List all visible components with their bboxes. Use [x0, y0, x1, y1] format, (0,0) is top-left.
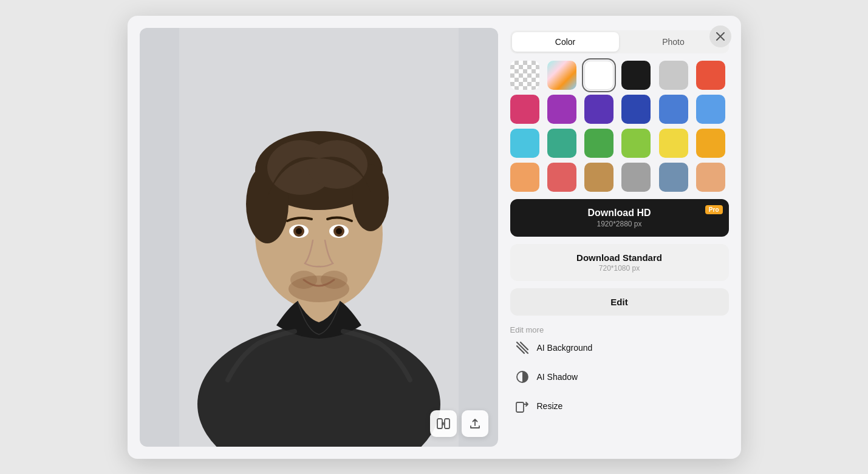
color-swatch-green[interactable]	[584, 129, 613, 158]
svg-point-17	[321, 271, 347, 289]
download-hd-resolution: 1920*2880 px	[519, 220, 720, 228]
color-swatch-amber[interactable]	[696, 129, 725, 158]
edit-more-ai-shadow[interactable]: AI Shadow	[510, 364, 729, 390]
ai-shadow-label: AI Shadow	[537, 372, 578, 382]
portrait-canvas	[140, 28, 498, 447]
image-toolbar	[430, 410, 488, 437]
edit-more-ai-background[interactable]: AI Background	[510, 334, 729, 361]
color-swatch-blue-light[interactable]	[696, 95, 725, 124]
color-swatch-purple-dark[interactable]	[584, 95, 613, 124]
download-standard-resolution: 720*1080 px	[519, 264, 720, 273]
color-swatch-cyan[interactable]	[510, 129, 539, 158]
svg-rect-19	[445, 419, 449, 428]
color-swatch-brown[interactable]	[584, 163, 613, 192]
color-swatch-blue-medium[interactable]	[659, 95, 688, 124]
color-swatch-teal[interactable]	[547, 129, 576, 158]
color-swatch-gray-medium[interactable]	[621, 163, 651, 192]
svg-point-8	[307, 140, 367, 189]
ai-background-icon	[514, 339, 531, 356]
right-panel: Color Photo Pro Download HD 1920*2880 px…	[510, 28, 729, 447]
tab-bar: Color Photo	[510, 30, 729, 53]
ai-background-label: AI Background	[537, 343, 593, 353]
download-hd-label: Download HD	[519, 208, 720, 218]
color-swatch-white[interactable]	[584, 61, 613, 90]
export-button[interactable]	[462, 410, 488, 437]
color-swatch-navy[interactable]	[621, 95, 651, 124]
pro-badge: Pro	[705, 205, 723, 214]
color-swatch-yellow[interactable]	[659, 129, 688, 158]
close-button[interactable]	[709, 25, 731, 47]
svg-point-11	[296, 228, 302, 234]
edit-more-section: Edit more AI Background AI Shadow Resize	[510, 323, 729, 419]
edit-more-resize[interactable]: Resize	[510, 393, 729, 419]
svg-rect-24	[516, 402, 524, 412]
svg-rect-18	[437, 419, 442, 428]
tab-color[interactable]: Color	[512, 32, 619, 52]
download-standard-button[interactable]: Download Standard 720*1080 px	[510, 244, 729, 281]
main-modal: Color Photo Pro Download HD 1920*2880 px…	[128, 16, 741, 459]
download-hd-button[interactable]: Pro Download HD 1920*2880 px	[510, 199, 729, 237]
svg-point-14	[336, 228, 342, 234]
resize-icon	[514, 398, 531, 415]
download-standard-label: Download Standard	[519, 252, 720, 263]
edit-button[interactable]: Edit	[510, 288, 729, 316]
resize-label: Resize	[537, 401, 563, 411]
color-swatch-peach[interactable]	[696, 163, 725, 192]
color-swatch-steel-blue[interactable]	[659, 163, 688, 192]
portrait-svg	[140, 28, 498, 447]
color-swatch-gradient[interactable]	[547, 61, 576, 90]
color-swatch-black[interactable]	[621, 61, 651, 90]
color-swatch-lime[interactable]	[621, 129, 651, 158]
edit-more-label: Edit more	[510, 325, 729, 334]
svg-line-21	[517, 346, 524, 353]
color-swatch-red-pale[interactable]	[547, 163, 576, 192]
color-swatch-orange-pale[interactable]	[510, 163, 539, 192]
compare-button[interactable]	[430, 410, 457, 437]
svg-point-16	[290, 271, 317, 289]
ai-shadow-icon	[514, 368, 531, 385]
color-swatch-coral[interactable]	[696, 61, 725, 90]
svg-line-22	[521, 342, 528, 350]
color-swatch-pink[interactable]	[510, 95, 539, 124]
color-swatch-light-gray[interactable]	[659, 61, 688, 90]
color-swatch-purple-light[interactable]	[547, 95, 576, 124]
color-grid	[510, 61, 729, 192]
color-swatch-transparent[interactable]	[510, 61, 539, 90]
edit-more-list: AI Background AI Shadow Resize	[510, 334, 729, 419]
image-panel	[140, 28, 498, 447]
